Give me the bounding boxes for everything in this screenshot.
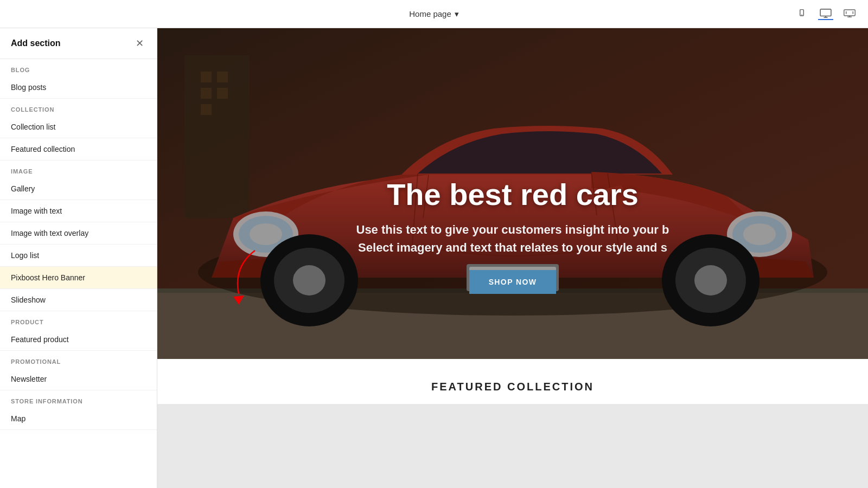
hero-subtitle-2: Select imagery and text that relates to … — [157, 241, 868, 255]
sidebar-header: Add section ✕ — [0, 28, 157, 59]
page-selector[interactable]: Home page ▾ — [409, 9, 459, 19]
sidebar-title: Add section — [11, 38, 61, 48]
svg-rect-2 — [820, 9, 831, 16]
mobile-viewport-button[interactable] — [794, 8, 809, 20]
category-store-information: STORE INFORMATION — [0, 390, 157, 408]
category-image: IMAGE — [0, 160, 157, 178]
svg-rect-5 — [844, 9, 855, 15]
wide-viewport-button[interactable] — [842, 8, 857, 20]
category-collection: COLLECTION — [0, 99, 157, 116]
category-promotional: PROMOTIONAL — [0, 351, 157, 368]
header: Home page ▾ — [0, 0, 868, 28]
sidebar-item-gallery[interactable]: Gallery — [0, 178, 157, 200]
hero-text-content: The best red cars Use this text to give … — [157, 177, 868, 294]
main-layout: Add section ✕ BLOG Blog posts COLLECTION… — [0, 28, 868, 488]
viewport-controls — [794, 8, 857, 20]
sidebar-item-collection-list[interactable]: Collection list — [0, 116, 157, 138]
page-label: Home page — [409, 9, 451, 18]
featured-collection-title: FEATURED COLLECTION — [168, 381, 857, 393]
chevron-down-icon: ▾ — [455, 9, 459, 19]
hero-section: The best red cars Use this text to give … — [157, 28, 868, 359]
close-button[interactable]: ✕ — [133, 37, 146, 50]
sidebar-item-featured-product[interactable]: Featured product — [0, 329, 157, 351]
desktop-viewport-button[interactable] — [818, 8, 833, 20]
category-blog: BLOG — [0, 59, 157, 76]
sidebar-item-featured-collection[interactable]: Featured collection — [0, 138, 157, 160]
sidebar-item-newsletter[interactable]: Newsletter — [0, 368, 157, 390]
shop-now-button[interactable]: SHOP NOW — [469, 270, 557, 294]
sidebar-item-blog-posts[interactable]: Blog posts — [0, 76, 157, 99]
hero-title: The best red cars — [157, 177, 868, 212]
preview-area: The best red cars Use this text to give … — [157, 28, 868, 488]
sidebar-item-pixboost-hero-banner[interactable]: Pixboost Hero Banner — [0, 267, 157, 289]
sidebar-item-logo-list[interactable]: Logo list — [0, 245, 157, 267]
sidebar-item-map[interactable]: Map — [0, 408, 157, 430]
sidebar-item-image-with-text-overlay[interactable]: Image with text overlay — [0, 222, 157, 245]
preview-content: The best red cars Use this text to give … — [157, 28, 868, 404]
featured-collection-section: FEATURED COLLECTION — [157, 359, 868, 404]
sidebar-item-slideshow[interactable]: Slideshow — [0, 289, 157, 311]
hero-subtitle-1: Use this text to give your customers ins… — [157, 221, 868, 239]
add-section-sidebar: Add section ✕ BLOG Blog posts COLLECTION… — [0, 28, 157, 488]
sidebar-item-image-with-text[interactable]: Image with text — [0, 200, 157, 222]
category-product: PRODUCT — [0, 311, 157, 329]
